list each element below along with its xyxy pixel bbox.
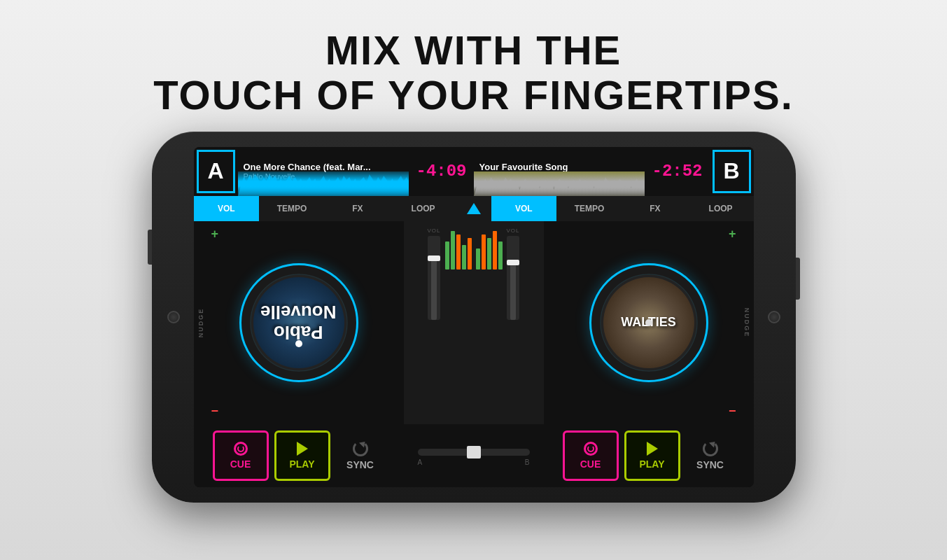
nudge-b-label: NUDGE [743,307,750,337]
eq-section-b [476,227,503,270]
tab-a-loop[interactable]: LOOP [391,196,456,221]
turntable-a-inner: PabloNouvelle [250,274,348,372]
speaker-right [768,311,780,323]
turntable-b-dot [645,319,652,326]
track-a-info: One More Chance (feat. Mar... Pablo Nouv… [238,147,409,196]
bottom-row: CUE PLAY SYNC [194,424,754,487]
timer-b: -2:52 [645,147,709,196]
phone-shell: A One More Chance (feat. Mar... Pablo No… [152,132,796,503]
crossfader-labels: A B [418,458,530,466]
deck-b-buttons: CUE PLAY SYNC [544,430,754,481]
play-a-button[interactable]: PLAY [274,430,330,481]
sync-b-label: SYNC [696,459,724,470]
eq-bars-b [476,227,503,270]
bottom-center: A B [404,442,544,470]
crossfader-handle[interactable] [467,446,481,458]
plus-a-btn[interactable]: + [211,227,219,241]
tab-a-tempo[interactable]: TEMPO [259,196,325,221]
cue-a-button[interactable]: CUE [213,430,269,481]
play-b-icon [647,442,658,456]
sync-a-label: SYNC [346,459,374,470]
mixer: VOL [404,221,544,424]
sync-b-icon [703,441,718,456]
track-b-info: Your Favourite Song The Royalties STHLM [474,147,645,196]
deck-a-buttons: CUE PLAY SYNC [194,430,404,481]
turntable-a-img: PabloNouvelle [253,277,344,368]
screen: A One More Chance (feat. Mar... Pablo No… [194,147,754,487]
speaker-left [167,311,180,323]
eq-bars [445,227,472,270]
dj-area: NUDGE + PabloNouvelle − [194,221,754,424]
turntable-a-label: PabloNouvelle [260,302,336,342]
timer-a: -4:09 [409,147,473,196]
xfader-label-b: B [525,458,530,466]
turntable-b[interactable]: WALTIES [589,263,708,382]
play-b-button[interactable]: PLAY [624,430,680,481]
plus-b-btn[interactable]: + [729,227,736,241]
tab-row: VOL TEMPO FX LOOP VOL TEMPO FX LOOP [194,196,754,221]
cue-b-icon [580,442,601,456]
deck-a-label: A [197,150,235,193]
vol-fader-a: VOL [427,227,440,320]
headline: MIX WITH THE TOUCH OF YOUR FINGERTIPS. [153,28,794,118]
turntable-b-inner: WALTIES [600,274,698,372]
crossfader[interactable] [418,449,530,456]
phone-container: A One More Chance (feat. Mar... Pablo No… [152,132,796,503]
waveform-b [474,172,645,196]
deck-a-section: NUDGE + PabloNouvelle − [194,221,404,424]
deck-b-section: NUDGE + WALTIES − [544,221,754,424]
play-a-label: PLAY [289,458,314,470]
headline-line2: TOUCH OF YOUR FINGERTIPS. [153,73,794,118]
fader-a-handle[interactable] [428,255,440,261]
tab-b-tempo[interactable]: TEMPO [556,196,622,221]
xfader-label-a: A [418,458,423,466]
play-b-label: PLAY [639,458,664,470]
cue-a-icon [230,442,251,456]
sync-b-button[interactable]: SYNC [686,430,735,481]
minus-a-btn[interactable]: − [211,404,219,419]
waveform-a [238,172,409,196]
track-row: A One More Chance (feat. Mar... Pablo No… [194,147,754,196]
tab-b-loop[interactable]: LOOP [688,196,754,221]
cue-a-label: CUE [230,458,251,470]
tab-a-fx[interactable]: FX [325,196,391,221]
play-a-icon [297,442,308,456]
deck-b-label: B [713,150,751,193]
tab-b-vol[interactable]: VOL [491,196,557,221]
headline-line1: MIX WITH THE [153,28,794,73]
turntable-a[interactable]: PabloNouvelle [239,263,358,382]
sync-a-icon [353,441,368,456]
sync-a-button[interactable]: SYNC [336,430,385,481]
minus-b-btn[interactable]: − [729,404,736,419]
cue-b-button[interactable]: CUE [563,430,619,481]
tab-a-vol[interactable]: VOL [194,196,260,221]
tab-center [456,203,491,214]
center-triangle-icon [467,203,481,214]
turntable-b-img: WALTIES [603,277,694,368]
tab-b-fx[interactable]: FX [622,196,688,221]
fader-b-handle[interactable] [507,260,519,265]
vol-fader-b: VOL [507,227,520,320]
eq-section [445,227,472,270]
nudge-a-label: NUDGE [197,307,204,337]
cue-b-label: CUE [580,458,601,470]
turntable-a-dot [295,340,302,347]
